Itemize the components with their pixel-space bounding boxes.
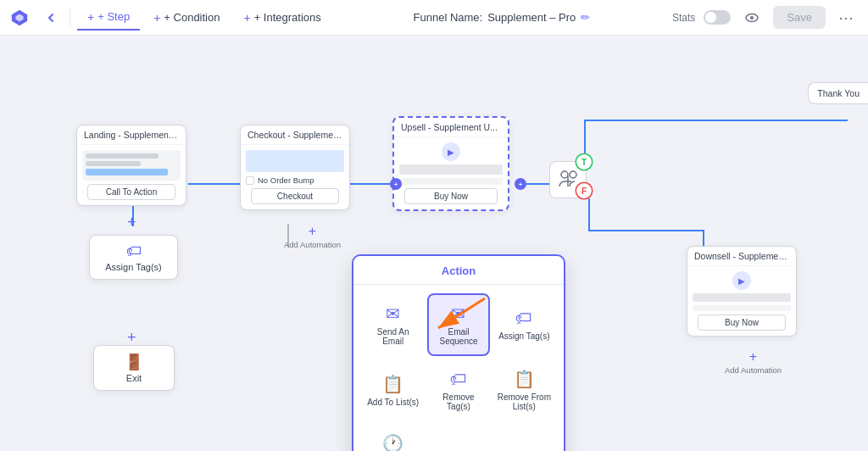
save-button[interactable]: Save <box>773 6 826 29</box>
upsell-node-title: Upsell - Supplement U... <box>394 118 508 137</box>
exit-label: Exit <box>99 373 169 383</box>
stats-label: Stats <box>672 12 695 24</box>
email-sequence-label: Email Sequence <box>432 327 484 346</box>
topnav: + + Step + + Condition + + Integrations … <box>0 0 868 36</box>
action-item-email-sequence[interactable]: ✉ Email Sequence <box>427 293 489 356</box>
tab-condition-plus: + <box>153 11 160 25</box>
funnel-name-label: Funnel Name: <box>414 11 483 24</box>
nav-back-button[interactable] <box>39 6 63 30</box>
checkout-node: Checkout - Supplement C... No Order Bump… <box>240 125 350 210</box>
assign-tags-add-below[interactable]: + <box>127 329 136 347</box>
downsell-add-automation-label: Add Automation <box>725 365 782 375</box>
assign-tags-action-label: Assign Tag(s) <box>498 331 549 341</box>
downsell-play-icon: ▶ <box>732 271 751 290</box>
action-item-send-email[interactable]: ✉ Send An Email <box>362 293 424 356</box>
send-email-icon: ✉ <box>386 303 400 324</box>
action-item-remove-from-list[interactable]: 📋 Remove From List(s) <box>493 359 555 420</box>
action-popup: Action ✉ Send An Email ✉ Email Sequence … <box>352 254 565 451</box>
add-to-list-label: Add To List(s) <box>367 398 419 407</box>
nav-right: Stats Save ⋯ <box>672 5 858 31</box>
landing-cta-button[interactable]: Call To Action <box>87 184 175 200</box>
checkout-add-automation-label: Add Automation <box>284 240 341 249</box>
nav-center: Funnel Name: Supplement – Pro ✏ <box>335 11 669 24</box>
remove-from-list-icon: 📋 <box>514 369 535 389</box>
send-email-label: Send An Email <box>366 327 420 346</box>
upsell-play-icon: ▶ <box>442 142 460 161</box>
checkout-upsell-connector: + <box>390 178 402 190</box>
tab-step-label: + Step <box>97 10 130 23</box>
checkout-node-title: Checkout - Supplement C... <box>241 125 349 145</box>
upsell-buy-now-button[interactable]: Buy Now <box>404 188 498 204</box>
landing-node-title: Landing - Supplement La... <box>77 125 186 145</box>
downsell-node: Downsell - Supplement D... ▶ Buy Now <box>687 246 797 337</box>
remove-tag-icon: 🏷 <box>450 370 467 389</box>
action-item-remove-tag[interactable]: 🏷 Remove Tag(s) <box>427 359 489 420</box>
upsell-node: Upsell - Supplement U... ▶ Buy Now <box>392 116 509 211</box>
funnel-name-value: Supplement – Pro <box>487 11 576 24</box>
downsell-buy-now-button[interactable]: Buy Now <box>698 315 786 331</box>
stats-toggle[interactable] <box>704 10 731 25</box>
true-connector: T <box>576 154 592 170</box>
delay-icon: 🕐 <box>382 433 403 451</box>
add-to-list-icon: 📋 <box>382 374 403 394</box>
tab-integrations-label: + Integrations <box>254 11 321 24</box>
no-order-bump-label: No Order Bump <box>258 175 314 185</box>
checkout-add-automation[interactable]: + Add Automation <box>284 224 341 249</box>
tab-step[interactable]: + + Step <box>77 5 140 31</box>
landing-node: Landing - Supplement La... Call To Actio… <box>76 125 186 206</box>
upsell-condition-connector: + <box>515 178 526 190</box>
svg-point-10 <box>570 171 576 178</box>
checkout-button[interactable]: Checkout <box>251 188 339 204</box>
action-grid: ✉ Send An Email ✉ Email Sequence 🏷 Assig… <box>353 288 564 451</box>
thank-you-label: Thank You <box>817 88 860 98</box>
downsell-add-automation[interactable]: + Add Automation <box>725 349 782 375</box>
exit-node: 🚪 Exit <box>93 345 175 391</box>
svg-point-9 <box>561 171 568 178</box>
false-connector: F <box>576 183 592 198</box>
no-order-bump-checkbox[interactable] <box>246 176 254 185</box>
remove-from-list-label: Remove From List(s) <box>498 393 551 411</box>
action-item-assign-tags[interactable]: 🏷 Assign Tag(s) <box>493 293 555 356</box>
tab-condition-label: + Condition <box>164 11 220 24</box>
assign-tags-label: Assign Tag(s) <box>95 262 172 272</box>
action-popup-title: Action <box>353 256 564 285</box>
nav-divider <box>70 9 70 26</box>
preview-eye-button[interactable] <box>739 5 765 31</box>
assign-tags-node: 🏷 Assign Tag(s) <box>89 235 178 280</box>
tab-integrations-plus: + <box>243 11 250 25</box>
action-item-delay[interactable]: 🕐 Delay <box>362 424 424 451</box>
tab-integrations[interactable]: + + Integrations <box>233 6 331 30</box>
remove-tag-label: Remove Tag(s) <box>431 393 485 411</box>
nav-logo <box>10 8 29 27</box>
thank-you-node: Thank You <box>808 82 868 104</box>
more-options-button[interactable]: ⋯ <box>834 6 858 30</box>
edit-funnel-icon[interactable]: ✏ <box>581 11 590 24</box>
downsell-node-title: Downsell - Supplement D... <box>687 247 796 266</box>
svg-point-3 <box>750 16 754 19</box>
tab-step-plus: + <box>87 10 94 24</box>
assign-tags-icon: 🏷 <box>515 309 532 328</box>
tab-condition[interactable]: + + Condition <box>143 6 230 30</box>
landing-add-below[interactable]: + <box>127 214 136 231</box>
email-sequence-icon: ✉ <box>451 303 465 324</box>
action-item-add-to-list[interactable]: 📋 Add To List(s) <box>362 359 424 420</box>
canvas: Landing - Supplement La... Call To Actio… <box>0 36 868 451</box>
